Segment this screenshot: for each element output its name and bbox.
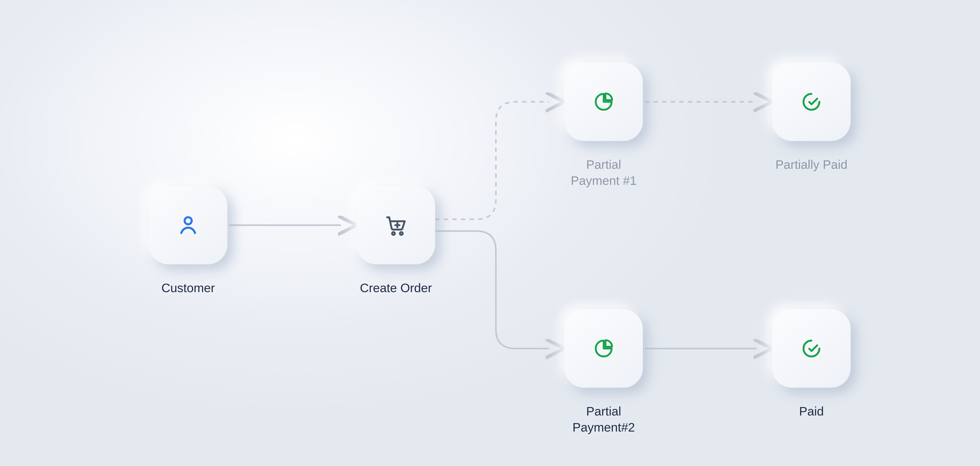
pie-icon [593,338,614,359]
node-paid [772,309,851,388]
svg-point-1 [392,232,395,235]
node-partially-paid [772,63,851,141]
label-create-order: Create Order [345,280,447,296]
label-paid: Paid [760,403,862,419]
node-partial-payment-1 [565,63,643,141]
svg-point-2 [400,232,403,235]
node-customer [149,186,228,264]
user-icon [177,213,200,237]
pie-icon [593,91,614,113]
node-create-order [357,186,435,264]
label-partially-paid: Partially Paid [760,157,862,173]
check-icon [801,91,822,113]
svg-point-0 [185,217,192,224]
node-partial-payment-2 [565,309,643,388]
cart-icon [384,213,408,237]
label-partial-payment-2: Partial Payment#2 [553,403,655,436]
edge-create-order-to-partial-1 [435,102,549,219]
label-customer: Customer [137,280,239,296]
check-icon [801,338,822,359]
edge-create-order-to-partial-2 [435,231,549,349]
label-partial-payment-1: Partial Payment #1 [553,157,655,189]
